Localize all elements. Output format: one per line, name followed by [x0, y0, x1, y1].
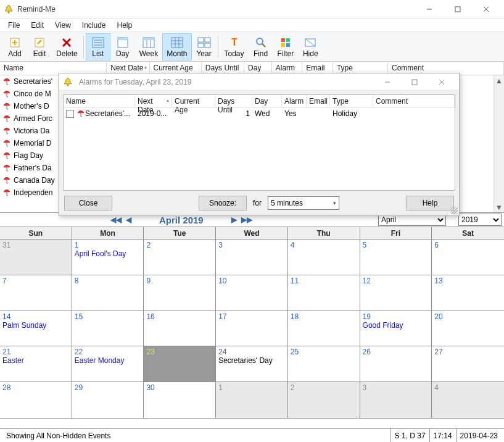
- menu-help[interactable]: Help: [112, 20, 138, 31]
- calendar-cell[interactable]: 27: [432, 346, 504, 382]
- dialog-col-day[interactable]: Day: [252, 95, 282, 107]
- calendar-cell[interactable]: 17: [216, 311, 288, 347]
- toolbar-today-button[interactable]: TToday: [220, 33, 249, 60]
- toolbar-year-button[interactable]: Year: [192, 33, 217, 60]
- menu-include[interactable]: Include: [76, 20, 112, 31]
- calendar-cell[interactable]: 30: [144, 382, 216, 418]
- calendar-cell[interactable]: 19Good Friday: [360, 311, 432, 347]
- toolbar-delete-button[interactable]: Delete: [52, 33, 82, 60]
- calendar-prev-button[interactable]: ◀: [122, 215, 134, 224]
- dialog-snooze-duration-select[interactable]: 5 minutes ▾: [268, 196, 339, 210]
- dialog-col-currentage[interactable]: Current Age: [172, 95, 215, 107]
- window-close-button[interactable]: [472, 0, 500, 19]
- dialog-resize-handle[interactable]: [450, 207, 458, 214]
- calendar-cell[interactable]: 3: [360, 382, 432, 418]
- calendar-cell[interactable]: 6: [432, 240, 504, 275]
- calendar-cell[interactable]: 24Secretaries' Day: [216, 346, 288, 382]
- calendar-grid[interactable]: 311April Fool's Day234567891011121314Pal…: [0, 240, 504, 419]
- dialog-col-comment[interactable]: Comment: [373, 95, 455, 107]
- alarms-dialog: Alarms for Tuesday, April 23, 2019 Name …: [59, 73, 460, 216]
- toolbar-week-button[interactable]: Week: [135, 33, 162, 60]
- calendar-cell[interactable]: 20: [432, 311, 504, 347]
- calendar-cell[interactable]: 4: [432, 382, 504, 418]
- dialog-minimize-button[interactable]: [374, 73, 401, 91]
- calendar-cell[interactable]: 9: [144, 275, 216, 311]
- calendar-cell[interactable]: 13: [432, 275, 504, 311]
- calendar-cell[interactable]: 15: [72, 311, 144, 347]
- calendar-cell[interactable]: 29: [72, 382, 144, 418]
- vertical-scrollbar[interactable]: ▲ ▼: [494, 75, 504, 212]
- dialog-col-daysuntil[interactable]: Days Until: [215, 95, 252, 107]
- window-minimize-button[interactable]: [415, 0, 444, 19]
- calendar-first-button[interactable]: ◀◀: [110, 215, 122, 224]
- menu-file[interactable]: File: [2, 20, 25, 31]
- menu-edit[interactable]: Edit: [25, 20, 49, 31]
- dialog-col-alarm[interactable]: Alarm: [282, 95, 307, 107]
- dialog-alarms-list[interactable]: Name Next Date▴ Current Age Days Until D…: [63, 94, 455, 191]
- toolbar-hide-button[interactable]: Hide: [298, 33, 323, 60]
- svg-text:T: T: [231, 37, 238, 48]
- calendar-cell[interactable]: 18: [288, 311, 360, 347]
- dialog-snooze-button[interactable]: Snooze:: [199, 196, 247, 211]
- dialog-titlebar[interactable]: Alarms for Tuesday, April 23, 2019: [59, 73, 459, 91]
- toolbar-find-button[interactable]: Find: [249, 33, 273, 60]
- toolbar-add-button[interactable]: Add: [2, 33, 27, 60]
- toolbar-list-button[interactable]: List: [86, 33, 110, 60]
- calendar-cell[interactable]: 10: [216, 275, 288, 311]
- calendar-cell[interactable]: 28: [0, 382, 72, 418]
- calendar-next-button[interactable]: ▶: [228, 215, 241, 224]
- day-header-thu: Thu: [288, 227, 360, 239]
- calendar-event[interactable]: Good Friday: [363, 321, 429, 330]
- calendar-cell[interactable]: 1: [216, 382, 288, 418]
- calendar-event[interactable]: Easter Monday: [75, 356, 141, 365]
- svg-rect-18: [143, 38, 154, 40]
- window-title: Remind-Me: [17, 5, 56, 14]
- app-bell-icon: [4, 4, 14, 14]
- calendar-cell[interactable]: 2: [288, 382, 360, 418]
- calendar-cell[interactable]: 31: [0, 240, 72, 275]
- toolbar-day-button[interactable]: Day: [110, 33, 135, 60]
- alarm-row-checkbox[interactable]: [66, 110, 74, 118]
- calendar-cell[interactable]: 22Easter Monday: [72, 346, 144, 382]
- calendar-event[interactable]: Palm Sunday: [2, 321, 69, 330]
- calendar-cell[interactable]: 8: [72, 275, 144, 311]
- calendar-cell[interactable]: 14Palm Sunday: [0, 311, 72, 347]
- calendar-cell[interactable]: 25: [288, 346, 360, 382]
- calendar-cell[interactable]: 23: [144, 346, 216, 382]
- dialog-close-button[interactable]: [428, 73, 455, 91]
- calendar-last-button[interactable]: ▶▶: [241, 215, 253, 224]
- menu-view[interactable]: View: [49, 20, 76, 31]
- dialog-alarm-row[interactable]: Secretaries'... 2019-0... 1 Wed Yes Holi…: [64, 107, 455, 120]
- year-select[interactable]: 2019: [458, 214, 502, 226]
- dialog-help-button[interactable]: Help: [406, 196, 454, 211]
- calendar-cell[interactable]: 4: [288, 240, 360, 275]
- dialog-col-nextdate[interactable]: Next Date▴: [135, 95, 172, 107]
- dialog-col-email[interactable]: Email: [307, 95, 330, 107]
- calendar-cell[interactable]: 2: [144, 240, 216, 275]
- dialog-col-name[interactable]: Name: [64, 95, 135, 107]
- calendar-event[interactable]: Easter: [2, 356, 69, 365]
- calendar-cell[interactable]: 1April Fool's Day: [72, 240, 144, 275]
- scroll-down-icon[interactable]: ▼: [494, 202, 505, 212]
- find-icon: [255, 36, 267, 49]
- dialog-col-type[interactable]: Type: [330, 95, 373, 107]
- calendar-event[interactable]: Secretaries' Day: [218, 356, 285, 365]
- calendar-cell[interactable]: 26: [360, 346, 432, 382]
- toolbar-edit-button[interactable]: Edit: [27, 33, 52, 60]
- calendar-cell[interactable]: 16: [144, 311, 216, 347]
- calendar-cell[interactable]: 12: [360, 275, 432, 311]
- calendar-cell[interactable]: 5: [360, 240, 432, 275]
- dialog-close-action-button[interactable]: Close: [64, 196, 112, 211]
- calendar-cell[interactable]: 3: [216, 240, 288, 275]
- window-maximize-button[interactable]: [444, 0, 472, 19]
- edit-icon: [33, 36, 46, 49]
- calendar-cell[interactable]: 11: [288, 275, 360, 311]
- toolbar: AddEditDeleteListDayWeekMonthYearTTodayF…: [0, 32, 504, 62]
- toolbar-filter-button[interactable]: Filter: [273, 33, 299, 60]
- toolbar-month-button[interactable]: Month: [162, 33, 191, 60]
- dialog-maximize-button[interactable]: [401, 73, 428, 91]
- scroll-up-icon[interactable]: ▲: [494, 75, 505, 86]
- calendar-cell[interactable]: 21Easter: [0, 346, 72, 382]
- calendar-cell[interactable]: 7: [0, 275, 72, 311]
- calendar-event[interactable]: April Fool's Day: [75, 249, 141, 258]
